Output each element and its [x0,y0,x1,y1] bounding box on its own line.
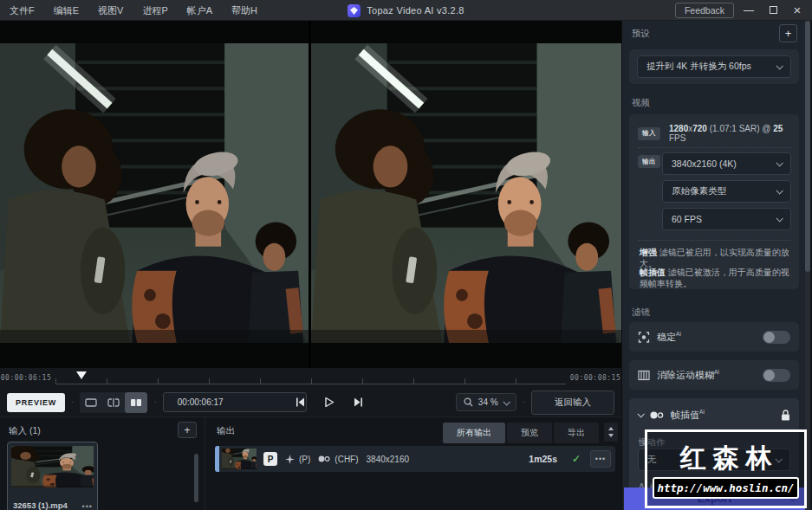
chevron-down-icon [776,159,783,166]
pixel-type-select[interactable]: 原始像素类型 [662,180,791,203]
enhance-model-tag: (P) [299,455,310,464]
divider [638,240,790,241]
output-list-item[interactable]: P (P) (CHF) 3840x2160 1m25s ✓ ••• [215,446,615,472]
motion-deblur-toggle[interactable] [763,369,790,382]
maximize-icon [770,6,777,14]
preview-badge: P [263,452,277,466]
input-res-h: 720 [692,124,707,133]
interp-note: 帧插值 滤镜已被激活，用于高质量的视频帧率转换。 [640,268,792,289]
menu-account[interactable]: 帐户A [178,0,222,21]
output-resolution-select[interactable]: 3840x2160 (4K) [662,152,791,175]
output-resolution-value: 3840x2160 (4K) [672,158,737,169]
output-item-menu-button[interactable]: ••• [590,450,611,468]
tab-previews[interactable]: 预览 [507,423,552,443]
enhance-note-keyword: 增强 [640,248,657,257]
separator-dot: · [153,397,156,407]
panel-scrollbar-thumb[interactable] [805,21,810,272]
output-selection-bar [215,446,219,472]
video-pane-preview[interactable] [311,21,621,368]
stabilize-toggle[interactable] [763,331,790,344]
output-done-check[interactable]: ✓ [566,450,587,468]
separator-dot: · [523,397,525,407]
output-resolution: 3840x2160 [367,455,410,464]
filters-section-label: 滤镜 [632,307,650,319]
preset-select[interactable]: 提升到 4K 并转换为 60fps [637,55,791,78]
view-mode-group [80,392,147,413]
interp-toggle-icon [650,411,664,419]
frame-interp-label: 帧插值AI [671,409,705,422]
stabilize-label: 稳定AI [657,331,681,344]
input-list-item[interactable]: 32653 (1).mp4 ••• [7,442,98,510]
menu-process[interactable]: 进程P [133,0,177,21]
current-time-field[interactable] [163,392,307,412]
outputs-tabs: 所有输出 预览 导出 [443,423,599,443]
view-side-by-side-button[interactable] [125,392,147,413]
watermark-overlay: 红森林 http://www.hoslin.cn/ [645,429,807,508]
zoom-control[interactable]: 34 % [456,393,516,411]
menu-help[interactable]: 帮助H [222,0,267,21]
playback-controls-bar: PREVIEW · · [0,388,621,416]
playhead-marker[interactable] [76,371,87,379]
input-sar: (1.07:1 SAR) @ [710,124,771,133]
motion-deblur-filter-card: 消除运动模糊AI [629,360,799,390]
return-to-input-button[interactable]: 返回输入 [531,391,614,415]
input-fps: 25 [773,124,783,133]
outputs-panel: 输出 所有输出 预览 导出 P (P) [208,417,621,510]
zoom-value: 34 % [478,397,498,407]
input-item-menu-icon[interactable]: ••• [82,502,93,510]
app-window: 文件F 编辑E 视图V 进程P 帐户A 帮助H Topaz Video AI v… [0,0,812,510]
bottom-panels: 输入 (1) + 32653 (1).mp4 ••• 输出 所有输出 预览 导出 [0,416,621,510]
sort-arrows-icon [607,427,614,437]
watermark-title: 红森林 [647,441,804,476]
output-chip: 输出 [638,155,660,168]
input-fps-unit: FPS [669,133,685,143]
inputs-scrollbar[interactable] [194,454,198,502]
preview-button[interactable]: PREVIEW [7,393,65,412]
input-video-frame [0,43,309,343]
enhance-note: 增强 滤镜已被启用，以实现高质量的放大。 [640,248,792,269]
sparkle-icon [285,455,295,464]
timeline-end-time: 00:00:08:15 [569,374,621,382]
chevron-down-icon [776,215,783,222]
stabilize-filter-card: 稳定AI [629,322,799,352]
add-preset-button[interactable]: + [779,24,797,42]
menu-view[interactable]: 视图V [88,0,133,21]
interp-note-keyword: 帧插值 [640,268,666,277]
view-single-button[interactable] [80,392,102,413]
play-button[interactable] [322,396,337,410]
video-pane-input[interactable] [0,21,310,368]
collapse-chevron-icon[interactable] [637,410,644,417]
step-forward-button[interactable] [350,396,366,410]
sort-outputs-button[interactable] [604,423,618,442]
maximize-button[interactable] [763,3,783,18]
menu-edit[interactable]: 编辑E [44,0,88,21]
inputs-panel: 输入 (1) + 32653 (1).mp4 ••• [0,417,205,510]
outputs-panel-title: 输出 [217,425,235,437]
fps-select[interactable]: 60 FPS [662,208,791,230]
fps-value: 60 FPS [672,214,702,224]
tab-all-outputs[interactable]: 所有输出 [443,423,505,443]
timeline-ruler[interactable] [55,372,566,384]
minimize-button[interactable]: — [739,3,758,18]
menu-file[interactable]: 文件F [0,0,44,21]
interp-model-tag: (CHF) [335,455,358,464]
lock-icon [781,410,790,421]
tab-exports[interactable]: 导出 [554,423,599,443]
step-back-button[interactable] [293,396,309,410]
view-split-button[interactable] [102,392,125,413]
add-input-button[interactable]: + [178,422,197,438]
watermark-url: http://www.hoslin.cn/ [657,481,794,494]
input-res-w: 1280 [669,124,688,133]
watermark-url-bar: http://www.hoslin.cn/ [653,477,799,499]
feedback-button[interactable]: Feedback [675,3,734,18]
preview-video-frame [311,43,621,343]
timeline: 00:00:06:15 00:00:08:15 [0,368,621,388]
video-viewer [0,21,621,368]
magnifier-icon [464,397,473,407]
topaz-logo-icon [348,4,361,17]
close-button[interactable]: × [788,3,807,18]
interpolation-icon [318,455,330,462]
presets-card: 提升到 4K 并转换为 60fps [629,49,799,84]
video-settings-card: 输入 1280x720 (1.07:1 SAR) @ 25 FPS 输出 384… [629,114,799,289]
chevron-down-icon [503,398,510,405]
